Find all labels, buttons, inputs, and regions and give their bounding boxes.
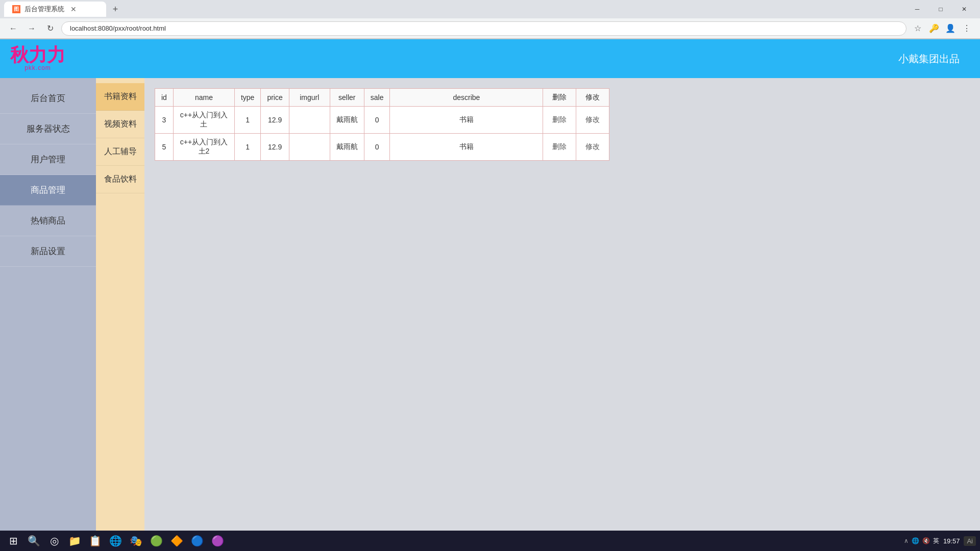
tab-favicon: 图 xyxy=(12,5,20,13)
lang-indicator: 英 xyxy=(933,537,939,545)
search-taskbar-icon[interactable]: 🔍 xyxy=(24,532,43,550)
back-button[interactable]: ← xyxy=(6,21,20,36)
url-input[interactable]: localhost:8080/pxx/root/root.html xyxy=(61,21,906,36)
col-name: name xyxy=(173,89,234,107)
start-button[interactable]: ⊞ xyxy=(4,532,22,550)
cell-name: c++从入门到入土 xyxy=(173,107,234,134)
menu-icon[interactable]: ⋮ xyxy=(960,21,974,36)
products-table: id name type price imgurl seller sale de… xyxy=(155,88,609,161)
taskbar-left: ⊞ 🔍 ◎ 📁 📋 🌐 🎭 🟢 🔶 🔵 🟣 xyxy=(4,532,227,550)
sidebar-item-home[interactable]: 后台首页 xyxy=(0,83,96,114)
cell-imgurl xyxy=(289,134,330,161)
col-delete: 删除 xyxy=(543,89,576,107)
cell-delete: 删除 xyxy=(543,134,576,161)
sub-sidebar: 书籍资料 视频资料 人工辅导 食品饮料 xyxy=(96,78,144,531)
password-key-icon[interactable]: 🔑 xyxy=(927,21,941,36)
volume-icon: 🔇 xyxy=(922,537,930,544)
clock: 19:57 xyxy=(943,537,960,545)
col-price: price xyxy=(261,89,289,107)
col-describe: describe xyxy=(390,89,543,107)
cell-edit: 修改 xyxy=(576,107,609,134)
network-icon: 🌐 xyxy=(912,537,919,544)
col-type: type xyxy=(234,89,260,107)
cell-price: 12.9 xyxy=(261,107,289,134)
app2-icon[interactable]: 🟢 xyxy=(147,532,165,550)
edit-button[interactable]: 修改 xyxy=(582,141,603,153)
app1-icon[interactable]: 🎭 xyxy=(127,532,145,550)
cell-edit: 修改 xyxy=(576,134,609,161)
cell-type: 1 xyxy=(234,107,260,134)
profile-icon[interactable]: 👤 xyxy=(943,21,958,36)
address-bar: ← → ↻ localhost:8080/pxx/root/root.html … xyxy=(0,18,980,39)
col-seller: seller xyxy=(330,89,364,107)
col-edit: 修改 xyxy=(576,89,609,107)
cell-describe: 书籍 xyxy=(390,107,543,134)
sub-item-ai[interactable]: 人工辅导 xyxy=(96,138,144,166)
notepad-icon[interactable]: 📋 xyxy=(86,532,104,550)
ai-badge: Ai xyxy=(964,536,976,546)
sidebar-item-hot[interactable]: 热销商品 xyxy=(0,206,96,236)
table-header-row: id name type price imgurl seller sale de… xyxy=(155,89,609,107)
table-row: 5 c++从入门到入土2 1 12.9 戴雨航 0 书籍 删除 修改 xyxy=(155,134,609,161)
app3-icon[interactable]: 🔶 xyxy=(167,532,186,550)
bookmark-star-icon[interactable]: ☆ xyxy=(911,21,925,36)
cell-seller: 戴雨航 xyxy=(330,107,364,134)
col-id: id xyxy=(155,89,174,107)
app-body: 后台首页 服务器状态 用户管理 商品管理 热销商品 新品设置 书籍资料 视频资料… xyxy=(0,78,980,531)
system-tray: ∧ 🌐 🔇 英 xyxy=(904,537,939,545)
reload-button[interactable]: ↻ xyxy=(43,21,57,36)
sub-item-food[interactable]: 食品饮料 xyxy=(96,166,144,193)
cell-delete: 删除 xyxy=(543,107,576,134)
window-controls: ─ □ ✕ xyxy=(905,0,976,18)
edit-button[interactable]: 修改 xyxy=(582,114,603,126)
sidebar-item-server[interactable]: 服务器状态 xyxy=(0,114,96,144)
cell-describe: 书籍 xyxy=(390,134,543,161)
left-sidebar: 后台首页 服务器状态 用户管理 商品管理 热销商品 新品设置 xyxy=(0,78,96,531)
browser-toolbar: ☆ 🔑 👤 ⋮ xyxy=(911,21,974,36)
cell-imgurl xyxy=(289,107,330,134)
main-content: id name type price imgurl seller sale de… xyxy=(144,78,980,531)
close-button[interactable]: ✕ xyxy=(952,0,976,18)
maximize-button[interactable]: □ xyxy=(929,0,952,18)
col-sale: sale xyxy=(364,89,390,107)
browser-chrome: 图 后台管理系统 ✕ + ─ □ ✕ ← → ↻ localhost:8080/… xyxy=(0,0,980,39)
cell-id: 3 xyxy=(155,107,174,134)
forward-button[interactable]: → xyxy=(24,21,39,36)
logo-sub: pkk.com xyxy=(24,64,51,71)
cell-id: 5 xyxy=(155,134,174,161)
tab-bar: 图 后台管理系统 ✕ + ─ □ ✕ xyxy=(0,0,980,18)
logo-text: 秋力力 xyxy=(10,46,65,64)
minimize-button[interactable]: ─ xyxy=(905,0,929,18)
browser-taskbar-icon[interactable]: 🌐 xyxy=(106,532,125,550)
cell-type: 1 xyxy=(234,134,260,161)
tab-title: 后台管理系统 xyxy=(24,5,64,14)
tray-chevron[interactable]: ∧ xyxy=(904,537,909,544)
header-title: 小戴集团出品 xyxy=(898,52,960,66)
cell-seller: 戴雨航 xyxy=(330,134,364,161)
app4-icon[interactable]: 🟣 xyxy=(208,532,227,550)
col-imgurl: imgurl xyxy=(289,89,330,107)
taskbar-right: ∧ 🌐 🔇 英 19:57 Ai xyxy=(904,536,976,546)
cell-sale: 0 xyxy=(364,134,390,161)
active-tab[interactable]: 图 后台管理系统 ✕ xyxy=(4,2,106,17)
tab-close-button[interactable]: ✕ xyxy=(70,5,77,13)
file-explorer-icon[interactable]: 📁 xyxy=(65,532,84,550)
delete-button[interactable]: 删除 xyxy=(549,114,570,126)
sidebar-item-users[interactable]: 用户管理 xyxy=(0,144,96,175)
sub-item-books[interactable]: 书籍资料 xyxy=(96,83,144,111)
logo: 秋力力 pkk.com xyxy=(10,46,65,71)
cell-price: 12.9 xyxy=(261,134,289,161)
cell-sale: 0 xyxy=(364,107,390,134)
chrome-icon[interactable]: 🔵 xyxy=(188,532,206,550)
new-tab-button[interactable]: + xyxy=(108,2,122,16)
delete-button[interactable]: 删除 xyxy=(549,141,570,153)
taskbar: ⊞ 🔍 ◎ 📁 📋 🌐 🎭 🟢 🔶 🔵 🟣 ∧ 🌐 🔇 英 19:57 Ai xyxy=(0,531,980,551)
sub-item-video[interactable]: 视频资料 xyxy=(96,111,144,138)
sidebar-item-new[interactable]: 新品设置 xyxy=(0,236,96,267)
table-row: 3 c++从入门到入土 1 12.9 戴雨航 0 书籍 删除 修改 xyxy=(155,107,609,134)
task-view-icon[interactable]: ◎ xyxy=(45,532,63,550)
sidebar-item-products[interactable]: 商品管理 xyxy=(0,175,96,206)
app-header: 秋力力 pkk.com 小戴集团出品 xyxy=(0,39,980,78)
cell-name: c++从入门到入土2 xyxy=(173,134,234,161)
